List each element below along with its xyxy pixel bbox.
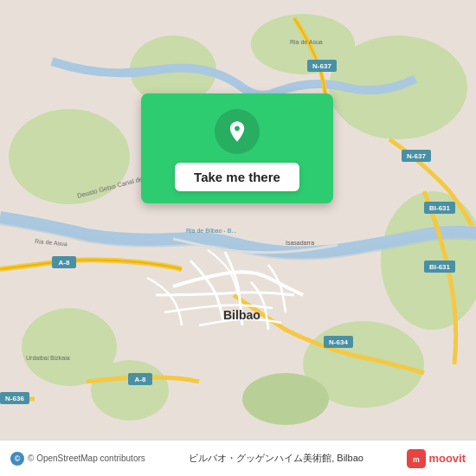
- svg-text:Urdaibai Bizkaia: Urdaibai Bizkaia: [26, 355, 70, 361]
- map-background: A-8 A-8 N-637 N-637 BI-631 BI-631 N-634 …: [0, 0, 476, 476]
- svg-point-9: [242, 373, 329, 425]
- svg-text:BI-631: BI-631: [429, 263, 451, 271]
- svg-text:m: m: [413, 454, 420, 463]
- svg-text:N-637: N-637: [312, 62, 331, 70]
- location-pin-icon: [215, 109, 260, 154]
- svg-text:N-636: N-636: [5, 395, 24, 402]
- map-container: A-8 A-8 N-637 N-637 BI-631 BI-631 N-634 …: [0, 0, 476, 476]
- osm-logo: ©: [10, 452, 24, 466]
- moovit-logo: m moovit: [407, 449, 466, 468]
- svg-text:A-8: A-8: [59, 259, 70, 267]
- svg-text:N-637: N-637: [407, 152, 426, 160]
- attribution: © © OpenStreetMap contributors: [10, 452, 145, 466]
- svg-text:N-634: N-634: [329, 338, 348, 346]
- poi-card: Take me there: [141, 93, 333, 203]
- svg-text:BI-631: BI-631: [429, 204, 451, 212]
- svg-text:Ria de Bilbao - B...: Ria de Bilbao - B...: [186, 228, 236, 234]
- moovit-brand-icon: m: [407, 449, 426, 468]
- attribution-text: © OpenStreetMap contributors: [28, 453, 145, 463]
- take-me-there-button[interactable]: Take me there: [175, 163, 299, 191]
- svg-text:A-8: A-8: [135, 376, 146, 383]
- svg-text:Ria de Asua: Ria de Asua: [290, 39, 323, 45]
- moovit-label: moovit: [428, 452, 466, 465]
- svg-point-8: [91, 360, 169, 421]
- bottom-bar: © © OpenStreetMap contributors ビルバオ・グッゲン…: [0, 440, 476, 476]
- svg-text:Bilbao: Bilbao: [223, 308, 261, 322]
- svg-text:Isasadarra: Isasadarra: [286, 240, 314, 246]
- place-name: ビルバオ・グッゲンハイム美術館, Bilbao: [145, 452, 408, 465]
